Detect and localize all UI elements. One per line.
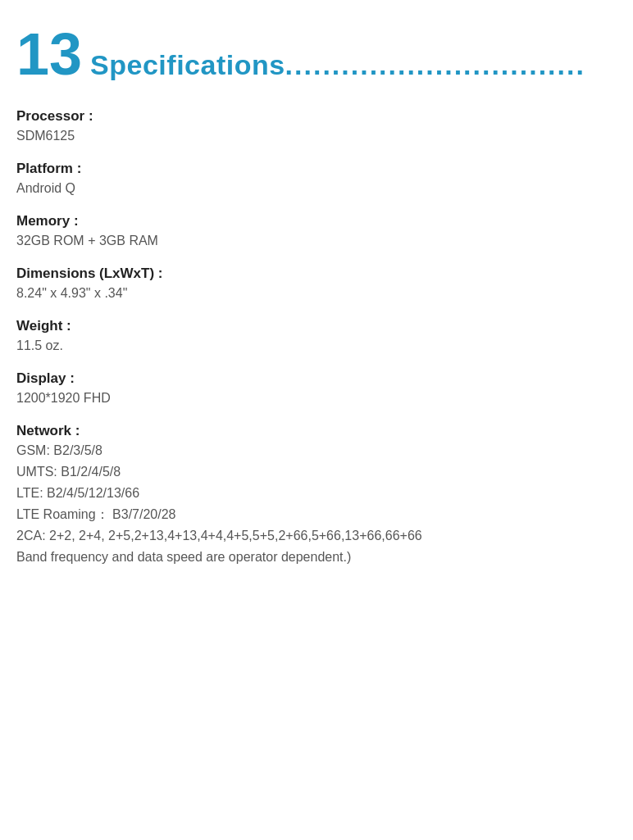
spec-value-6-5: Band frequency and data speed are operat… — [16, 547, 617, 567]
page-header: 13 Specifications.......................… — [16, 25, 617, 84]
spec-value-6-3: LTE Roaming： B3/7/20/28 — [16, 505, 617, 524]
spec-label-2: Memory : — [16, 213, 617, 229]
spec-value-1-0: Android Q — [16, 179, 617, 198]
spec-label-0: Processor : — [16, 108, 617, 125]
chapter-number: 13 — [16, 25, 82, 84]
spec-section-1: Platform :Android Q — [16, 161, 617, 198]
specs-container: Processor :SDM6125Platform :Android QMem… — [16, 108, 617, 567]
spec-value-2-0: 32GB ROM + 3GB RAM — [16, 231, 617, 251]
spec-value-0-0: SDM6125 — [16, 126, 617, 146]
spec-value-3-0: 8.24" x 4.93" x .34" — [16, 284, 617, 303]
spec-label-1: Platform : — [16, 161, 617, 177]
spec-section-4: Weight :11.5 oz. — [16, 318, 617, 356]
spec-section-6: Network :GSM: B2/3/5/8UMTS: B1/2/4/5/8LT… — [16, 423, 617, 567]
spec-value-6-4: 2CA: 2+2, 2+4, 2+5,2+13,4+13,4+4,4+5,5+5… — [16, 526, 617, 546]
spec-section-5: Display :1200*1920 FHD — [16, 370, 617, 408]
spec-section-0: Processor :SDM6125 — [16, 108, 617, 146]
spec-value-5-0: 1200*1920 FHD — [16, 388, 617, 408]
spec-label-4: Weight : — [16, 318, 617, 334]
spec-section-2: Memory :32GB ROM + 3GB RAM — [16, 213, 617, 251]
spec-label-3: Dimensions (LxWxT) : — [16, 266, 617, 282]
spec-label-5: Display : — [16, 370, 617, 387]
spec-value-6-0: GSM: B2/3/5/8 — [16, 441, 617, 461]
spec-label-6: Network : — [16, 423, 617, 439]
chapter-title: Specifications..........................… — [90, 49, 585, 81]
spec-value-4-0: 11.5 oz. — [16, 336, 617, 356]
spec-value-6-1: UMTS: B1/2/4/5/8 — [16, 462, 617, 482]
spec-value-6-2: LTE: B2/4/5/12/13/66 — [16, 484, 617, 503]
spec-section-3: Dimensions (LxWxT) :8.24" x 4.93" x .34" — [16, 266, 617, 303]
